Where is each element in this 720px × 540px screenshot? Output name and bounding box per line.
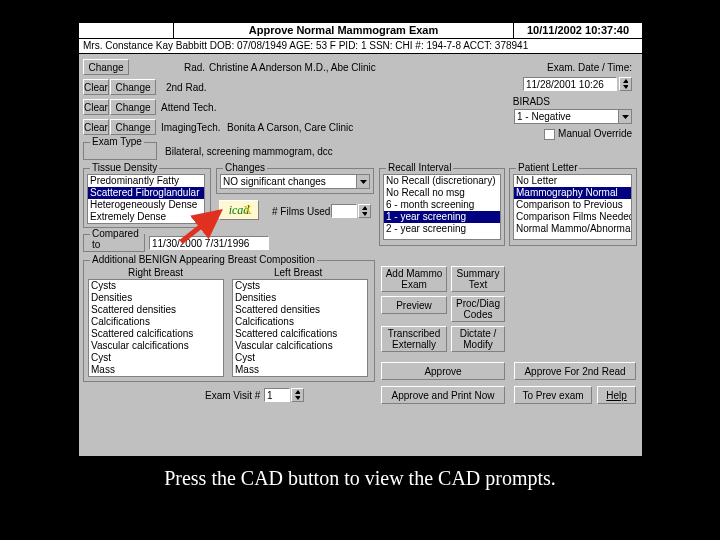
list-item[interactable]: 1 - year screening — [384, 211, 500, 223]
list-item[interactable]: Densities — [233, 292, 367, 304]
list-item[interactable]: Cyst — [89, 352, 223, 364]
summary-text-button[interactable]: Summary Text — [451, 266, 505, 292]
manual-override-row[interactable]: Manual Override — [544, 128, 632, 140]
chevron-down-icon — [618, 110, 631, 123]
list-item[interactable]: No Recall no msg — [384, 187, 500, 199]
approve-2nd-button[interactable]: Approve For 2nd Read — [514, 362, 636, 380]
compared-to-field[interactable]: 11/30/2000 7/31/1996 — [149, 236, 269, 250]
list-item[interactable]: No Letter — [514, 175, 631, 187]
list-item[interactable]: Predominantly Fatty — [88, 175, 204, 187]
list-item[interactable]: Extremely Dense — [88, 211, 204, 223]
imaging-tech-label: ImagingTech. — [161, 122, 220, 133]
clear-button-attend[interactable]: Clear — [83, 99, 109, 115]
clear-button-2ndrad[interactable]: Clear — [83, 79, 109, 95]
cad-button[interactable]: icad X — [219, 200, 259, 220]
transcribed-button[interactable]: Transcribed Externally — [381, 326, 447, 352]
list-item[interactable]: Mass — [233, 364, 367, 376]
imaging-tech-value: Bonita A Carson, Care Clinic — [227, 122, 353, 133]
list-item[interactable]: Calcifications — [89, 316, 223, 328]
updown-icon — [362, 206, 367, 216]
list-item[interactable]: Cysts — [233, 280, 367, 292]
manual-override-checkbox[interactable] — [544, 129, 555, 140]
updown-icon — [623, 79, 628, 89]
window-title: Approve Normal Mammogram Exam — [174, 23, 514, 38]
change-button-imaging[interactable]: Change — [110, 119, 156, 135]
patient-letter-group: Patient Letter No LetterMammography Norm… — [509, 168, 637, 246]
left-breast-list[interactable]: CystsDensitiesScattered densitiesCalcifi… — [232, 279, 368, 377]
exam-visit-field[interactable]: 1 — [264, 388, 290, 402]
benign-group: Additional BENIGN Appearing Breast Compo… — [83, 260, 375, 382]
slide-caption: Press the CAD button to view the CAD pro… — [0, 467, 720, 490]
form-body: Change Clear Change Clear Change Clear C… — [79, 54, 642, 456]
benign-group-label: Additional BENIGN Appearing Breast Compo… — [90, 254, 317, 265]
birads-combo[interactable]: 1 - Negative — [514, 109, 632, 124]
manual-override-label: Manual Override — [558, 128, 632, 139]
exam-type-group: Exam Type — [83, 142, 157, 160]
compared-to-label: Compared to — [90, 228, 144, 250]
proc-diag-button[interactable]: Proc/Diag Codes — [451, 296, 505, 322]
change-button-attend[interactable]: Change — [110, 99, 156, 115]
list-item[interactable]: No Recall (discretionary) — [384, 175, 500, 187]
updown-icon — [295, 390, 300, 400]
change-button-rad[interactable]: Change — [83, 59, 129, 75]
list-item[interactable]: Mass — [89, 364, 223, 376]
films-used-stepper[interactable] — [358, 204, 371, 218]
titlebar-datetime: 10/11/2002 10:37:40 — [514, 23, 642, 38]
list-item[interactable]: Mammography Normal — [514, 187, 631, 199]
second-rad-label: 2nd Rad. — [166, 82, 207, 93]
list-item[interactable]: Cyst — [233, 352, 367, 364]
list-item[interactable]: Densities — [89, 292, 223, 304]
changes-label: Changes — [223, 162, 267, 173]
tissue-density-group: Tissue Density Predominantly FattyScatte… — [83, 168, 211, 228]
patient-letter-list[interactable]: No LetterMammography NormalComparison to… — [513, 174, 632, 240]
exam-visit-stepper[interactable] — [291, 388, 304, 402]
list-item[interactable]: Calcifications — [233, 316, 367, 328]
rad-value: Christine A Anderson M.D., Abe Clinic — [209, 62, 376, 73]
films-used-field[interactable] — [331, 204, 357, 218]
exam-datetime-field[interactable]: 11/28/2001 10:26 — [523, 77, 617, 91]
approve-button[interactable]: Approve — [381, 362, 505, 380]
list-item[interactable]: Cysts — [89, 280, 223, 292]
list-item[interactable]: Scattered calcifications — [89, 328, 223, 340]
exam-visit-label: Exam Visit # — [205, 390, 260, 401]
compared-to-group: Compared to — [83, 234, 145, 252]
right-breast-label: Right Breast — [128, 267, 183, 278]
list-item[interactable]: Vascular calcifications — [233, 340, 367, 352]
right-breast-list[interactable]: CystsDensitiesScattered densitiesCalcifi… — [88, 279, 224, 377]
clear-button-imaging[interactable]: Clear — [83, 119, 109, 135]
list-item[interactable]: Normal Mammo/Abnormal — [514, 223, 631, 235]
exam-datetime-stepper[interactable] — [619, 77, 632, 91]
chevron-down-icon — [356, 175, 369, 188]
exam-type-label: Exam Type — [90, 136, 144, 147]
exam-type-value: Bilateral, screening mammogram, dcc — [165, 146, 333, 157]
list-item[interactable]: Vascular calcifications — [89, 340, 223, 352]
approve-print-button[interactable]: Approve and Print Now — [381, 386, 505, 404]
tissue-density-list[interactable]: Predominantly FattyScattered Fibroglandu… — [87, 174, 205, 224]
list-item[interactable]: 6 - month screening — [384, 199, 500, 211]
rad-label: Rad. — [184, 62, 205, 73]
add-mammo-exam-button[interactable]: Add Mammo Exam — [381, 266, 447, 292]
to-prev-exam-button[interactable]: To Prev exam — [514, 386, 592, 404]
dictate-button[interactable]: Dictate / Modify — [451, 326, 505, 352]
preview-button[interactable]: Preview — [381, 296, 447, 314]
titlebar-left — [79, 23, 174, 38]
app-window: Approve Normal Mammogram Exam 10/11/2002… — [78, 22, 643, 457]
list-item[interactable]: Scattered Fibroglandular — [88, 187, 204, 199]
list-item[interactable]: Heterogeneously Dense — [88, 199, 204, 211]
recall-interval-list[interactable]: No Recall (discretionary)No Recall no ms… — [383, 174, 501, 240]
changes-combo[interactable]: NO significant changes — [220, 174, 370, 189]
list-item[interactable]: Comparison to Previous — [514, 199, 631, 211]
birads-label: BIRADS — [513, 96, 550, 107]
exam-datetime-label: Exam. Date / Time: — [547, 62, 632, 73]
cad-x-icon: X — [243, 203, 252, 218]
list-item[interactable]: Comparison Films Needed — [514, 211, 631, 223]
list-item[interactable]: Scattered densities — [89, 304, 223, 316]
list-item[interactable]: Scattered calcifications — [233, 328, 367, 340]
patient-info-line: Mrs. Constance Kay Babbitt DOB: 07/08/19… — [79, 39, 642, 54]
list-item[interactable]: Scattered densities — [233, 304, 367, 316]
change-button-2ndrad[interactable]: Change — [110, 79, 156, 95]
list-item[interactable]: 2 - year screening — [384, 223, 500, 235]
recall-interval-label: Recall Interval — [386, 162, 453, 173]
recall-interval-group: Recall Interval No Recall (discretionary… — [379, 168, 505, 246]
help-button[interactable]: Help — [597, 386, 636, 404]
